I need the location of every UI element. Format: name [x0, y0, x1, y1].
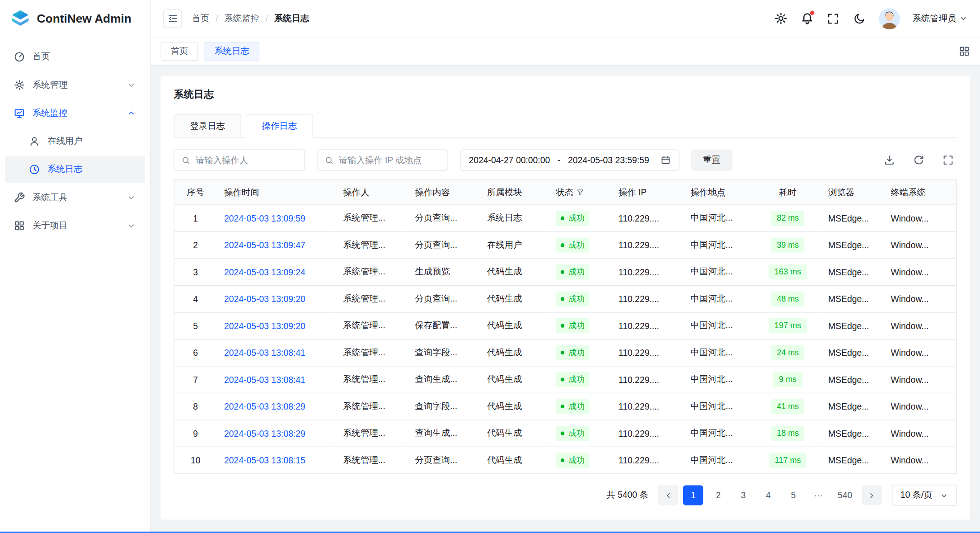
app-title: ContiNew Admin [37, 12, 131, 25]
date-start-value: 2024-04-27 00:00:00 [469, 155, 550, 165]
cell-module: 代码生成 [479, 339, 548, 366]
cell-cost: 39 ms [755, 232, 821, 259]
breadcrumb-item[interactable]: 首页 [192, 13, 210, 24]
sidebar-item-label: 系统监控 [33, 108, 119, 119]
date-range-picker[interactable]: 2024-04-27 00:00:00 - 2024-05-03 23:59:5… [460, 150, 679, 171]
page-button[interactable]: 2 [708, 485, 728, 505]
page-ellipsis[interactable]: ··· [808, 485, 828, 505]
monitor-icon [14, 108, 25, 119]
cell-status: 成功 [549, 312, 611, 339]
user-icon [29, 136, 40, 147]
cell-ip: 110.229.... [611, 420, 683, 447]
reset-button[interactable]: 重置 [691, 150, 732, 171]
page-button[interactable]: 5 [783, 485, 803, 505]
cell-status: 成功 [549, 366, 611, 393]
page-size-select[interactable]: 10 条/页 [891, 485, 957, 506]
operator-search-input[interactable] [196, 155, 297, 165]
system-log-card: 系统日志 登录日志 操作日志 [161, 75, 970, 519]
log-time-link[interactable]: 2024-05-03 13:08:41 [224, 375, 305, 385]
fullscreen-icon[interactable] [826, 12, 840, 25]
cell-location: 中国河北... [683, 259, 755, 285]
log-time-link[interactable]: 2024-05-03 13:09:59 [224, 213, 305, 223]
gear-icon [14, 80, 25, 91]
cell-module: 代码生成 [479, 393, 548, 420]
sidebar-item-system-log[interactable]: 系统日志 [5, 156, 145, 183]
tab-login-log[interactable]: 登录日志 [174, 114, 241, 138]
cell-status: 成功 [549, 339, 611, 366]
ip-search-input[interactable] [339, 155, 441, 165]
cell-ip: 110.229.... [611, 205, 683, 231]
status-badge: 成功 [556, 264, 590, 279]
status-dot [561, 458, 564, 462]
operator-search-field[interactable] [174, 150, 305, 171]
avatar[interactable] [879, 8, 900, 29]
log-time-link[interactable]: 2024-05-03 13:09:24 [224, 267, 305, 277]
log-time-link[interactable]: 2024-05-03 13:09:20 [224, 321, 305, 331]
breadcrumb: 首页 / 系统监控 / 系统日志 [192, 13, 309, 24]
download-icon[interactable] [881, 151, 898, 169]
ip-search-field[interactable] [317, 150, 448, 171]
col-header: 操作内容 [415, 187, 450, 197]
log-time-link[interactable]: 2024-05-03 13:08:29 [224, 429, 305, 439]
page-tab-home[interactable]: 首页 [161, 42, 198, 61]
sidebar-collapse-button[interactable] [163, 9, 182, 28]
content-area: 系统日志 登录日志 操作日志 [150, 66, 980, 533]
log-time-link[interactable]: 2024-05-03 13:08:15 [224, 455, 305, 465]
page-tab-system-log[interactable]: 系统日志 [204, 42, 259, 61]
filter-bar: 2024-04-27 00:00:00 - 2024-05-03 23:59:5… [174, 150, 957, 171]
log-time-link[interactable]: 2024-05-03 13:09:47 [224, 240, 305, 250]
dark-mode-moon-icon[interactable] [853, 12, 866, 25]
page-button[interactable]: 3 [733, 485, 753, 505]
cost-badge: 18 ms [771, 426, 805, 441]
sidebar-item-home[interactable]: 首页 [5, 44, 145, 70]
refresh-icon[interactable] [910, 151, 928, 169]
cell-ip: 110.229.... [611, 393, 683, 420]
log-time-link[interactable]: 2024-05-03 13:08:41 [224, 348, 305, 358]
log-time-link[interactable]: 2024-05-03 13:08:29 [224, 401, 305, 411]
table-row: 5 2024-05-03 13:09:20 系统管理... 保存配置... 代码… [174, 312, 957, 339]
calendar-icon [661, 155, 671, 165]
sidebar-item-online-users[interactable]: 在线用户 [5, 128, 145, 155]
cell-operator: 系统管理... [336, 393, 408, 420]
table-row: 3 2024-05-03 13:09:24 系统管理... 生成预览 代码生成 … [174, 259, 957, 285]
status-badge: 成功 [556, 345, 590, 360]
cell-no: 9 [174, 420, 216, 447]
prev-page-button[interactable] [658, 485, 678, 505]
cost-badge: 163 ms [769, 264, 807, 279]
sidebar-item-system-management[interactable]: 系统管理 [5, 72, 145, 98]
cell-no: 10 [174, 447, 216, 473]
notification-bell-icon[interactable] [800, 12, 814, 25]
page-tab-bar: 首页 系统日志 [150, 38, 980, 66]
cell-content: 查询字段... [408, 393, 479, 420]
user-menu[interactable]: 系统管理员 [913, 13, 968, 24]
breadcrumb-item[interactable]: 系统监控 [224, 13, 259, 24]
status-dot [561, 431, 564, 435]
cost-badge: 41 ms [771, 399, 805, 414]
breadcrumb-item-current: 系统日志 [274, 13, 309, 24]
cell-no: 7 [174, 366, 216, 393]
chevron-down-icon [126, 193, 136, 203]
cost-badge: 82 ms [771, 211, 805, 226]
page-button[interactable]: 540 [833, 485, 857, 505]
sidebar-item-system-monitor[interactable]: 系统监控 [5, 100, 145, 126]
page-button[interactable]: 4 [758, 485, 778, 505]
settings-icon[interactable] [774, 12, 788, 25]
log-time-link[interactable]: 2024-05-03 13:09:20 [224, 294, 305, 304]
cost-badge: 197 ms [769, 318, 807, 333]
next-page-button[interactable] [862, 485, 882, 505]
sidebar-item-system-tools[interactable]: 系统工具 [5, 184, 145, 211]
page-button[interactable]: 1 [683, 485, 703, 505]
status-badge: 成功 [556, 211, 590, 226]
expand-table-icon[interactable] [939, 151, 957, 169]
tab-list-grid-icon[interactable] [959, 46, 970, 57]
cell-location: 中国河北... [683, 205, 755, 231]
status-filter-icon[interactable] [577, 188, 585, 196]
status-dot [561, 378, 564, 382]
tab-operation-log[interactable]: 操作日志 [246, 114, 313, 138]
sidebar-item-about-project[interactable]: 关于项目 [5, 212, 145, 239]
cell-ip: 110.229.... [611, 447, 683, 473]
cell-ip: 110.229.... [611, 232, 683, 259]
app-logo[interactable]: ContiNew Admin [0, 0, 150, 38]
cell-browser: MSEdge... [821, 339, 883, 366]
table-row: 6 2024-05-03 13:08:41 系统管理... 查询字段... 代码… [174, 339, 957, 366]
